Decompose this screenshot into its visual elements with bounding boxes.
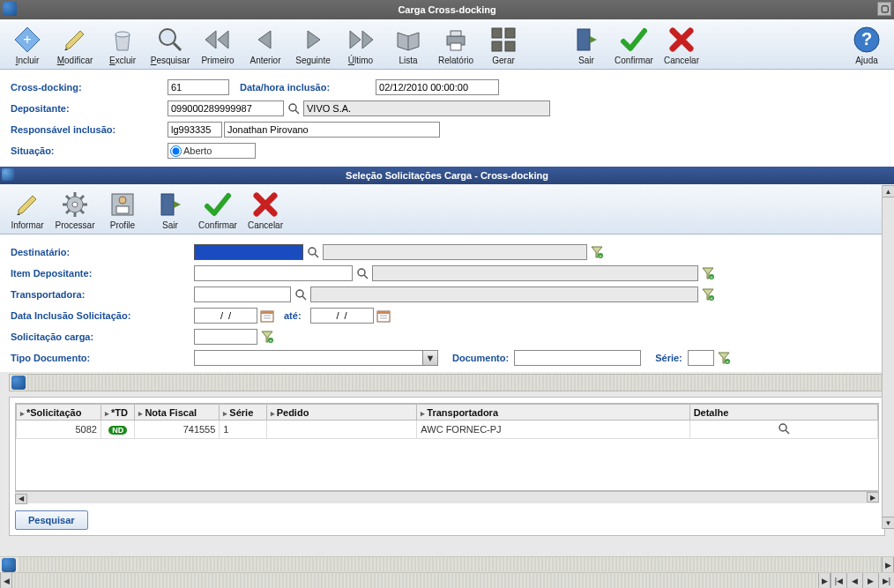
svg-marker-12 <box>362 31 373 48</box>
svg-marker-27 <box>19 196 36 213</box>
sair-button[interactable]: Sair <box>562 23 610 67</box>
lista-button[interactable]: Lista <box>384 23 432 67</box>
nav-next-icon[interactable]: ▶ <box>862 573 878 588</box>
search-icon[interactable] <box>305 244 321 260</box>
dropdown-icon[interactable]: ▼ <box>422 350 438 366</box>
data-from-input[interactable] <box>194 308 257 324</box>
data-to-input[interactable] <box>310 308 374 324</box>
responsavel-code-input[interactable] <box>168 122 222 138</box>
situacao-aberto-radio[interactable] <box>170 145 182 157</box>
col-pedido[interactable]: ▸Pedido <box>266 405 417 421</box>
funnel-add-icon[interactable]: + <box>716 350 732 366</box>
sub-cancelar-button[interactable]: Cancelar <box>242 188 289 232</box>
processar-button[interactable]: Processar <box>51 188 99 232</box>
pesquisar-toolbar-button[interactable]: Pesquisar <box>146 23 194 67</box>
responsavel-name-input[interactable] <box>224 122 440 138</box>
primeiro-button[interactable]: Primeiro <box>194 23 242 67</box>
profile-button[interactable]: Profile <box>99 188 146 232</box>
scroll-left-icon[interactable]: ◀ <box>0 573 12 588</box>
anterior-button[interactable]: Anterior <box>242 23 289 67</box>
app-icon <box>11 376 26 390</box>
relatorio-button[interactable]: Relatório <box>432 23 480 67</box>
col-detalhe[interactable]: Detalhe <box>689 405 877 421</box>
informar-button[interactable]: Informar <box>4 188 51 232</box>
svg-rect-21 <box>577 29 590 50</box>
cell-serie: 1 <box>220 421 266 439</box>
svg-line-45 <box>315 254 318 257</box>
modificar-button[interactable]: Modificar <box>51 23 99 67</box>
grid-header-row: ▸*Solicitação ▸*TD ▸Nota Fiscal ▸Série ▸… <box>17 405 878 421</box>
col-solicitacao[interactable]: ▸*Solicitação <box>17 405 101 421</box>
svg-marker-43 <box>174 201 181 208</box>
item-depositante-input[interactable] <box>194 265 353 281</box>
incluir-button[interactable]: + Incluir <box>4 23 51 67</box>
cell-pedido <box>266 421 417 439</box>
table-row[interactable]: 5082 ND 741555 1 AWC FORNEC-PJ <box>17 421 878 439</box>
cancelar-button[interactable]: Cancelar <box>658 23 705 67</box>
datahora-input[interactable] <box>376 79 499 95</box>
nav-last-icon[interactable]: ▶| <box>878 573 894 588</box>
search-icon[interactable] <box>293 287 309 302</box>
scroll-down-icon[interactable]: ▼ <box>883 517 894 529</box>
funnel-add-icon[interactable]: + <box>700 265 716 281</box>
help-icon: ? <box>852 25 882 55</box>
sub-sair-button[interactable]: Sair <box>146 188 194 232</box>
scroll-right-icon[interactable]: ▶ <box>882 557 894 572</box>
sub-confirmar-button[interactable]: Confirmar <box>194 188 242 232</box>
vertical-scrollbar[interactable]: ▲ ▼ <box>882 185 894 529</box>
depositante-name-input <box>303 100 550 116</box>
depositante-code-input[interactable] <box>168 100 284 116</box>
svg-rect-20 <box>505 41 515 51</box>
situacao-aberto-label: Aberto <box>183 145 212 156</box>
scroll-up-icon[interactable]: ▲ <box>883 185 894 197</box>
svg-line-26 <box>295 110 299 114</box>
calendar-icon[interactable] <box>376 308 391 324</box>
col-transportadora[interactable]: ▸Transportadora <box>417 405 689 421</box>
cell-detalhe[interactable] <box>689 421 877 439</box>
scroll-right-icon[interactable]: ▶ <box>818 573 831 588</box>
funnel-add-icon[interactable]: + <box>259 329 275 345</box>
grid-horizontal-scrollbar[interactable]: ◀ ▶ <box>15 491 879 503</box>
documento-input[interactable] <box>514 350 641 366</box>
scroll-right-icon[interactable]: ▶ <box>867 492 879 502</box>
pesquisar-button[interactable]: Pesquisar <box>15 510 88 530</box>
funnel-add-icon[interactable]: + <box>700 287 716 302</box>
svg-point-30 <box>72 202 78 207</box>
funnel-add-icon[interactable]: + <box>589 244 605 260</box>
bottom-bars: ▶ ◀ ▶ |◀ ◀ ▶ ▶| <box>0 556 894 588</box>
col-td[interactable]: ▸*TD <box>101 405 134 421</box>
header-form: Cross-docking: Data/hora inclusão: Depos… <box>0 70 894 167</box>
excluir-button[interactable]: Excluir <box>99 23 146 67</box>
prev-arrow-icon <box>250 25 280 55</box>
serie-input[interactable] <box>688 350 714 366</box>
tipo-documento-input[interactable] <box>194 350 423 366</box>
search-icon[interactable] <box>286 100 302 116</box>
destinatario-input[interactable] <box>194 244 303 260</box>
svg-point-4 <box>115 32 130 37</box>
solicitacao-carga-input[interactable] <box>194 329 257 345</box>
svg-line-6 <box>174 43 181 50</box>
nav-first-icon[interactable]: |◀ <box>831 573 846 588</box>
ultimo-button[interactable]: Último <box>337 23 384 67</box>
window-maximize-icon[interactable]: ▢ <box>877 2 891 16</box>
svg-marker-8 <box>218 31 228 48</box>
gerar-button[interactable]: Gerar <box>480 23 527 67</box>
ajuda-button[interactable]: ? Ajuda <box>843 23 890 67</box>
calendar-icon[interactable] <box>259 308 275 324</box>
search-icon[interactable] <box>354 265 370 281</box>
confirmar-button[interactable]: Confirmar <box>610 23 658 67</box>
svg-rect-15 <box>451 31 461 36</box>
col-serie[interactable]: ▸Série <box>220 405 266 421</box>
scroll-left-icon[interactable]: ◀ <box>15 494 27 504</box>
titlebar: Carga Cross-docking ▢ <box>0 0 894 19</box>
seguinte-button[interactable]: Seguinte <box>289 23 337 67</box>
svg-text:+: + <box>269 338 272 343</box>
crossdocking-input[interactable] <box>168 79 229 95</box>
transportadora-input[interactable] <box>194 287 291 302</box>
col-nota-fiscal[interactable]: ▸Nota Fiscal <box>135 405 220 421</box>
svg-line-50 <box>364 275 368 279</box>
svg-marker-10 <box>308 31 320 48</box>
nav-prev-icon[interactable]: ◀ <box>846 573 862 588</box>
status-strip-2: ◀ ▶ |◀ ◀ ▶ ▶| <box>0 572 894 588</box>
toolbar-label: Sair <box>578 56 594 65</box>
